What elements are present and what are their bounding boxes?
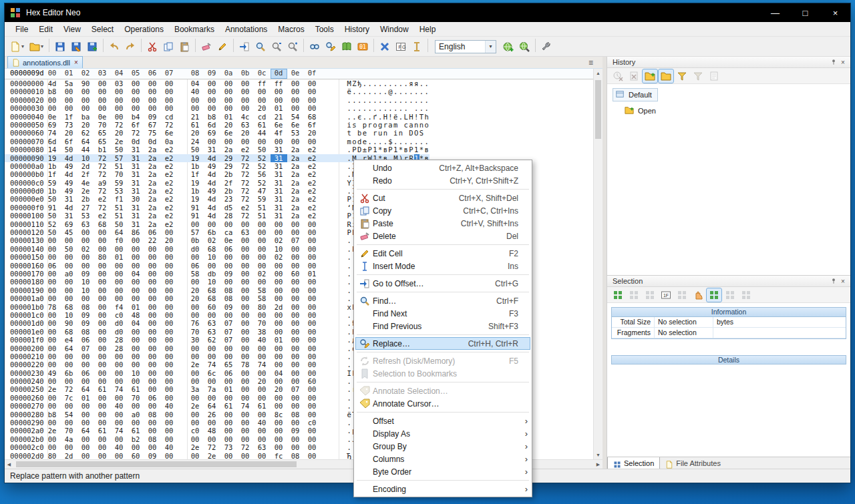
hex-byte[interactable]: 63 [204,328,220,336]
add-language-button[interactable] [501,40,516,53]
hex-byte[interactable]: e2 [161,187,178,195]
hex-byte[interactable]: 00 [304,344,321,352]
menu-item-delete[interactable]: DeleteDel [355,230,530,242]
hex-byte[interactable]: 00 [44,96,61,104]
hex-byte[interactable]: 2a [144,204,161,212]
hex-byte[interactable]: 00 [128,402,144,410]
hex-byte[interactable]: 00 [94,402,111,410]
hex-byte[interactable]: 00 [187,369,204,377]
hex-byte[interactable]: 00 [187,278,204,286]
hex-byte[interactable]: 2a [144,187,161,195]
hex-byte[interactable]: 40 [254,419,271,427]
hex-byte[interactable]: e2 [304,204,321,212]
hex-byte[interactable]: 00 [237,311,254,319]
hex-byte[interactable]: 00 [220,104,237,112]
hex-byte[interactable]: 09 [144,452,161,459]
hex-byte[interactable]: 00 [304,79,321,87]
hex-byte[interactable]: e2 [161,204,178,212]
ascii-text[interactable]: ............ ... [347,104,430,112]
hex-byte[interactable]: 00 [128,377,144,385]
hex-byte[interactable]: 00 [287,328,304,336]
hex-byte[interactable]: 68 [204,286,220,294]
hex-byte[interactable]: 00 [271,220,287,228]
menu-item-go-to-offset[interactable]: Go to Offset…Ctrl+G [355,277,530,290]
hex-byte[interactable]: 00 [61,253,77,261]
hex-byte[interactable]: 49 [44,369,61,377]
column-header-07[interactable]: 07 [161,69,178,79]
hex-byte[interactable]: 00 [77,443,94,451]
menu-item-group-by[interactable]: Group By› [355,440,530,453]
hex-byte[interactable]: 00 [128,328,144,336]
column-header-01[interactable]: 01 [61,69,77,79]
hex-byte[interactable]: 07 [77,344,94,352]
hex-byte[interactable]: 00 [237,427,254,435]
close-panel-icon[interactable]: × [838,57,848,67]
hex-byte[interactable]: 00 [254,369,271,377]
hex-byte[interactable]: 00 [94,419,111,427]
hex-byte[interactable]: 2b [220,170,237,178]
menu-item-cut[interactable]: CutCtrl+X, Shift+Del [355,192,530,204]
hex-byte[interactable]: 6f [61,138,77,146]
find-button[interactable] [253,40,268,53]
hex-byte[interactable]: 00 [237,336,254,344]
hex-byte[interactable]: 00 [304,286,321,294]
replace-button[interactable] [323,40,338,53]
load-history-button[interactable] [659,69,673,83]
hex-byte[interactable]: 02 [204,236,220,244]
delete-button[interactable] [199,40,214,53]
hex-byte[interactable]: 00 [304,311,321,319]
hex-byte[interactable]: 10 [204,253,220,261]
menu-view[interactable]: View [58,22,86,37]
goto-offset-button[interactable] [237,40,252,53]
hex-byte[interactable]: 00 [304,452,321,459]
column-layout-button[interactable]: ≡ [588,57,593,68]
binary-template-button[interactable]: 01 [355,40,370,53]
hex-byte[interactable]: 20 [77,121,94,129]
hex-byte[interactable]: 00 [77,377,94,385]
hex-byte[interactable]: b1 [94,146,111,154]
hex-byte[interactable]: 00 [271,138,287,146]
hex-byte[interactable]: 00 [254,344,271,352]
hex-byte[interactable]: 00 [44,394,61,402]
hex-byte[interactable]: 00 [111,286,128,294]
hex-byte[interactable]: 61 [254,121,271,129]
hex-byte[interactable]: 00 [111,360,128,368]
menu-item-redo[interactable]: RedoCtrl+Y, Ctrl+Shift+Z [355,174,530,187]
hex-byte[interactable]: a9 [94,179,111,187]
hex-byte[interactable]: 00 [144,294,161,302]
hex-byte[interactable]: 31 [271,212,287,220]
hex-byte[interactable]: 07 [287,385,304,393]
hex-byte[interactable]: 01 [271,336,287,344]
hex-byte[interactable]: 00 [220,311,237,319]
hex-byte[interactable]: 70 [128,394,144,402]
close-panel-icon[interactable]: × [838,276,848,286]
hex-byte[interactable]: 00 [237,96,254,104]
hex-byte[interactable]: 49 [61,179,77,187]
hex-byte[interactable]: 00 [94,236,111,244]
hex-byte[interactable]: 09 [77,311,94,319]
hex-byte[interactable]: 00 [220,344,237,352]
hex-byte[interactable]: 00 [254,278,271,286]
hex-byte[interactable]: 00 [94,262,111,270]
hex-byte[interactable]: 00 [44,319,61,327]
hex-byte[interactable]: 50 [254,146,271,154]
hex-byte[interactable]: 60 [128,452,144,459]
hex-byte[interactable]: 20 [254,104,271,112]
hex-byte[interactable]: 00 [254,427,271,435]
clear-history-button[interactable] [627,69,641,83]
hex-byte[interactable]: 4d [61,170,77,178]
hex-byte[interactable]: 00 [237,344,254,352]
hex-byte[interactable]: 00 [204,262,220,270]
hex-byte[interactable]: 2b [77,195,94,203]
hex-byte[interactable]: 61 [187,121,204,129]
hex-byte[interactable]: 68 [61,303,77,311]
scroll-left-icon[interactable]: ◀ [5,460,13,469]
hex-byte[interactable]: 00 [94,452,111,459]
hex-byte[interactable]: 06 [44,262,61,270]
hex-byte[interactable]: 00 [237,328,254,336]
hex-byte[interactable]: 68 [204,294,220,302]
horizontal-scroll-thumb[interactable] [16,461,297,467]
hex-byte[interactable]: 00 [111,270,128,278]
hex-byte[interactable]: 00 [128,79,144,87]
hex-byte[interactable]: 51 [111,162,128,170]
